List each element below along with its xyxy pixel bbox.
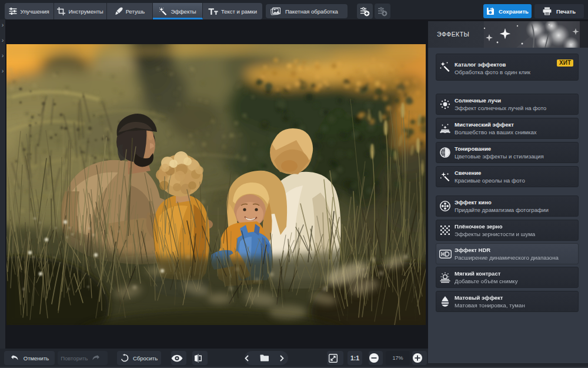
svg-text:ЭФФЕКТЫ: ЭФФЕКТЫ xyxy=(437,31,469,38)
